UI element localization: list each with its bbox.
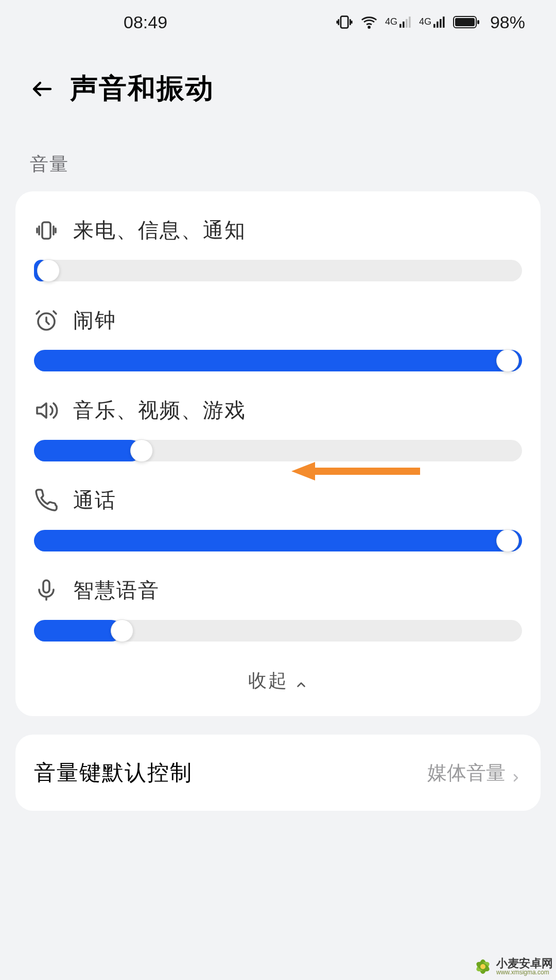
volume-label-voice: 智慧语音	[73, 576, 160, 604]
svg-rect-15	[43, 580, 49, 593]
svg-rect-13	[42, 222, 50, 239]
svg-rect-5	[409, 16, 411, 28]
volume-row-media: 音乐、视频、游戏	[15, 384, 541, 474]
vibrate-icon	[336, 13, 353, 31]
alarm-icon	[34, 308, 59, 333]
svg-rect-2	[399, 24, 402, 28]
annotation-arrow	[291, 460, 420, 484]
watermark-url: www.xmsigma.com	[496, 969, 549, 975]
signal-4g-1-icon: 4G	[385, 16, 412, 28]
mic-icon	[34, 578, 59, 603]
default-control-row[interactable]: 音量键默认控制 媒体音量	[15, 735, 541, 811]
svg-rect-3	[403, 22, 405, 28]
svg-marker-16	[291, 462, 420, 480]
status-bar: 08:49 4G 4G 98%	[0, 0, 556, 44]
default-control-card: 音量键默认控制 媒体音量	[15, 735, 541, 811]
svg-point-20	[480, 964, 485, 969]
volume-label-media: 音乐、视频、游戏	[73, 396, 246, 424]
volume-label-call: 通话	[73, 486, 116, 514]
collapse-button[interactable]: 收起	[15, 654, 541, 706]
svg-point-1	[368, 27, 370, 28]
page-title: 声音和振动	[70, 70, 214, 108]
wifi-icon	[360, 13, 378, 31]
slider-voice[interactable]	[34, 620, 522, 642]
vibrate-icon	[34, 218, 59, 243]
svg-rect-12	[477, 20, 479, 24]
svg-rect-11	[455, 18, 475, 26]
volume-label-alarm: 闹钟	[73, 306, 116, 334]
volume-row-call: 通话	[15, 474, 541, 564]
volume-card: 来电、信息、通知 闹钟 音乐、视频、游戏	[15, 191, 541, 716]
svg-rect-0	[341, 16, 348, 28]
svg-rect-4	[406, 19, 408, 28]
svg-rect-6	[433, 24, 436, 28]
speaker-icon	[34, 398, 59, 423]
collapse-label: 收起	[248, 668, 288, 693]
chevron-right-icon	[510, 767, 522, 779]
svg-rect-8	[440, 19, 442, 28]
default-control-label: 音量键默认控制	[34, 758, 193, 787]
watermark-logo-icon	[473, 956, 493, 977]
volume-row-alarm: 闹钟	[15, 294, 541, 384]
page-header: 声音和振动	[0, 44, 556, 123]
phone-icon	[34, 488, 59, 513]
svg-rect-7	[437, 22, 439, 28]
slider-alarm[interactable]	[34, 350, 522, 371]
battery-icon	[453, 15, 480, 29]
signal-4g-2-icon: 4G	[419, 16, 446, 28]
status-time: 08:49	[124, 12, 167, 32]
battery-percent: 98%	[490, 12, 525, 32]
watermark-name: 小麦安卓网	[496, 958, 553, 969]
slider-media[interactable]	[34, 440, 522, 461]
slider-ringtone[interactable]	[34, 260, 522, 281]
status-right: 4G 4G 98%	[336, 12, 525, 32]
default-control-value: 媒体音量	[427, 760, 506, 786]
slider-call[interactable]	[34, 530, 522, 551]
watermark: 小麦安卓网 www.xmsigma.com	[473, 956, 553, 977]
volume-row-voice: 智慧语音	[15, 564, 541, 654]
chevron-up-icon	[294, 674, 308, 688]
svg-rect-9	[443, 16, 445, 28]
volume-label-ringtone: 来电、信息、通知	[73, 216, 246, 244]
section-label-volume: 音量	[0, 123, 556, 191]
volume-row-ringtone: 来电、信息、通知	[15, 204, 541, 294]
back-button[interactable]	[30, 77, 55, 101]
